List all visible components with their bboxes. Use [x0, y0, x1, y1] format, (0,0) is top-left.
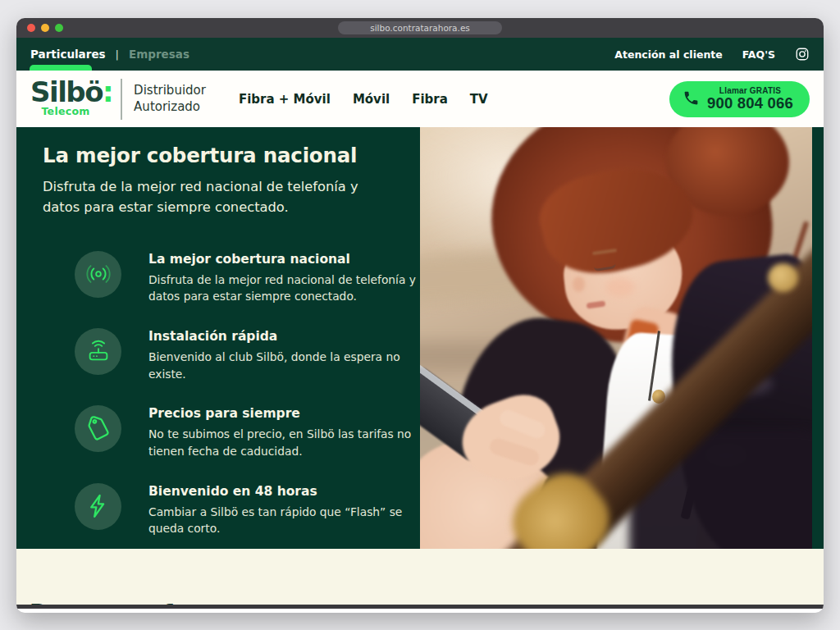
price-tag-icon: [75, 405, 121, 452]
address-bar[interactable]: silbo.contratarahora.es: [338, 21, 502, 34]
browser-window: silbo.contratarahora.es Particulares | E…: [16, 18, 824, 613]
feature-title: Bienvenido en 48 horas: [148, 484, 431, 499]
window-bottom-edge: [16, 605, 824, 609]
coverage-signal-icon: [75, 251, 121, 298]
logo-colon: :: [103, 75, 112, 108]
maximize-window-button[interactable]: [55, 24, 63, 32]
nav-fibra[interactable]: Fibra: [412, 92, 448, 107]
call-button-phone-number: 900 804 066: [707, 95, 793, 112]
active-tab-indicator: [30, 65, 92, 71]
lightning-icon: [75, 483, 121, 530]
nav-tv[interactable]: TV: [470, 92, 488, 107]
feature-text: No te subimos el precio, en Silbö las ta…: [148, 426, 431, 459]
feature-title: Precios para siempre: [148, 406, 431, 421]
tab-particulares[interactable]: Particulares: [30, 48, 106, 61]
site-header: Silbö: Telecom Distribuidor Autorizado F…: [16, 71, 824, 127]
instagram-icon[interactable]: [795, 47, 810, 62]
partner-line2: Autorizado: [134, 99, 206, 116]
logo-wordmark: Silbö: [30, 75, 103, 108]
feature-text: Disfruta de la mejor red nacional de tel…: [148, 272, 431, 305]
feature-text: Bienvenido al club Silbö, donde la esper…: [148, 349, 431, 382]
call-free-button[interactable]: Llamar GRATIS 900 804 066: [669, 81, 810, 117]
silbo-logo[interactable]: Silbö: Telecom: [30, 80, 112, 118]
tab-separator: |: [116, 48, 119, 61]
minimize-window-button[interactable]: [41, 24, 49, 32]
feature-title: Instalación rápida: [148, 329, 431, 344]
faq-section-title: Preguntas frecuentes: [30, 549, 824, 605]
hero-section: La mejor cobertura nacional Disfruta de …: [16, 127, 824, 549]
partner-line1: Distribuidor: [134, 83, 206, 99]
faq-section: Preguntas frecuentes: [16, 549, 824, 605]
header-divider: [121, 79, 122, 120]
link-atencion-al-cliente[interactable]: Atención al cliente: [614, 48, 722, 61]
tab-empresas[interactable]: Empresas: [129, 48, 189, 61]
nav-fibra-movil[interactable]: Fibra + Móvil: [239, 92, 331, 107]
audience-topbar: Particulares | Empresas Atención al clie…: [16, 38, 824, 71]
link-faqs[interactable]: FAQ'S: [742, 48, 775, 61]
router-icon: [75, 328, 121, 375]
hero-subtitle: Disfruta de la mejor red nacional de tel…: [43, 176, 387, 218]
logo-tagline: Telecom: [41, 105, 89, 117]
partner-badge: Distribuidor Autorizado: [134, 83, 206, 116]
main-navigation: Fibra + Móvil Móvil Fibra TV: [239, 92, 488, 107]
close-window-button[interactable]: [27, 24, 35, 32]
phone-icon: [682, 89, 700, 109]
nav-movil[interactable]: Móvil: [353, 92, 390, 107]
hero-photo-woman-with-phone: [420, 127, 812, 549]
feature-title: La mejor cobertura nacional: [148, 252, 431, 267]
url-text: silbo.contratarahora.es: [370, 23, 470, 33]
browser-titlebar: silbo.contratarahora.es: [16, 18, 824, 38]
feature-text: Cambiar a Silbö es tan rápido que “Flash…: [148, 504, 431, 537]
